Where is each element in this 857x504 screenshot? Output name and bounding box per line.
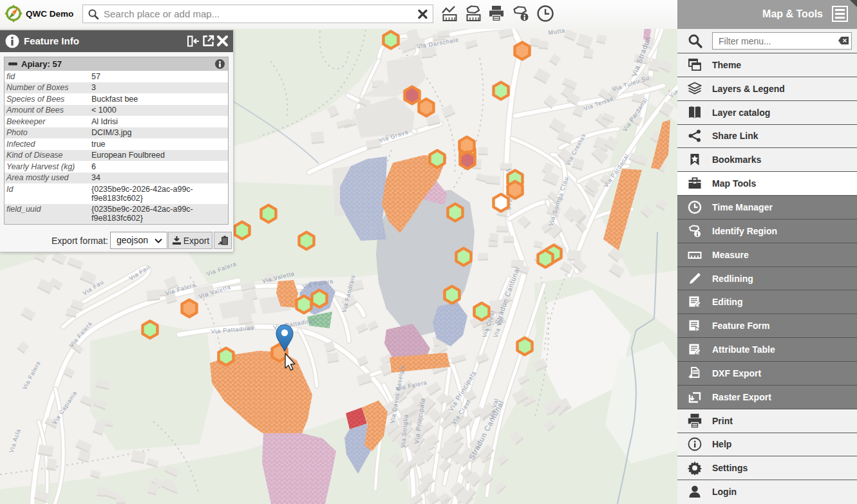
svg-text:DXF: DXF [693,371,699,374]
